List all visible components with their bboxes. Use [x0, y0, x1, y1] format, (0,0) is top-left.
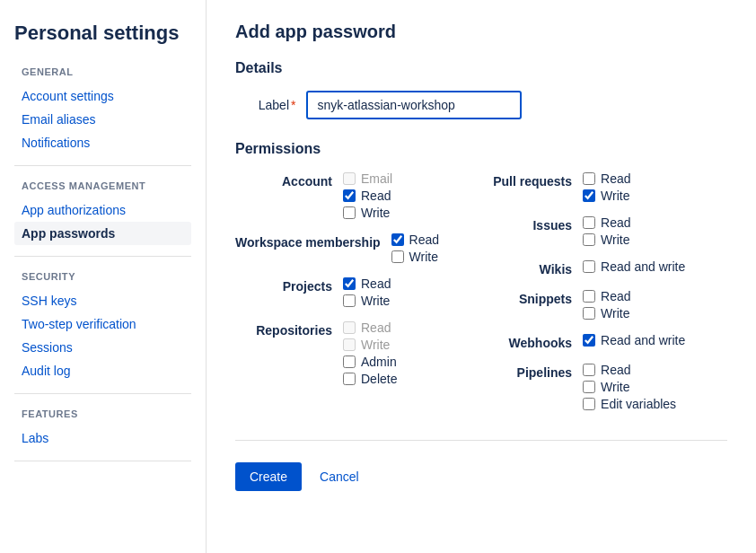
perm-checkbox-repositories-0[interactable] [343, 321, 356, 334]
perm-checkbox-account-1[interactable] [343, 189, 356, 202]
perm-row: Read and write [583, 259, 685, 274]
perm-row: Write [343, 294, 391, 308]
perm-group-name: Webhooks [475, 333, 583, 350]
sidebar-item-ssh-keys[interactable]: SSH keys [14, 289, 191, 312]
sidebar-item-app-authorizations[interactable]: App authorizations [14, 198, 191, 222]
perm-option-label: Write [601, 233, 629, 247]
main-content: Add app password Details Label * Permiss… [207, 0, 756, 553]
perm-option-label: Read [601, 363, 630, 377]
perm-group-name: Wikis [475, 259, 583, 276]
perm-row: Email [343, 171, 392, 186]
perm-group-account: AccountEmailReadWrite [235, 171, 439, 220]
perm-checkbox-webhooks-0[interactable] [583, 334, 595, 347]
perm-option-label: Edit variables [601, 397, 676, 411]
sidebar-item-two-step-verification[interactable]: Two-step verification [14, 312, 191, 336]
sidebar-item-email-aliases[interactable]: Email aliases [14, 108, 191, 131]
add-app-password-heading: Add app password [235, 22, 727, 42]
perm-group-webhooks: WebhooksRead and write [475, 333, 685, 350]
perm-row: Read [343, 320, 397, 335]
perm-option-label: Read [361, 276, 391, 291]
perm-checkbox-repositories-1[interactable] [343, 338, 356, 351]
perm-options: Read and write [583, 333, 685, 347]
perm-option-label: Read [601, 171, 630, 186]
perm-option-label: Read [409, 233, 439, 247]
perm-checkbox-issues-1[interactable] [583, 233, 595, 246]
perm-option-label: Read [601, 289, 630, 303]
perm-group-repositories: RepositoriesReadWriteAdminDelete [235, 320, 439, 386]
perm-checkbox-pull-requests-1[interactable] [583, 189, 595, 202]
perm-options: ReadWriteAdminDelete [343, 320, 397, 386]
perm-group-workspace-membership: Workspace membershipReadWrite [235, 233, 439, 264]
perm-checkbox-pipelines-0[interactable] [583, 364, 595, 376]
sidebar-section-label-1: ACCESS MANAGEMENT [22, 180, 191, 191]
permissions-right: Pull requestsReadWriteIssuesReadWriteWik… [475, 171, 685, 411]
perm-checkbox-snippets-1[interactable] [583, 307, 595, 320]
perm-group-issues: IssuesReadWrite [475, 215, 685, 247]
perm-checkbox-issues-0[interactable] [583, 216, 595, 229]
perm-checkbox-wikis-0[interactable] [583, 260, 595, 273]
perm-row: Read [583, 215, 630, 230]
perm-checkbox-workspace-membership-0[interactable] [391, 233, 404, 246]
sidebar-item-audit-log[interactable]: Audit log [14, 359, 191, 382]
create-button[interactable]: Create [235, 462, 302, 491]
sidebar-section-label-3: FEATURES [22, 408, 191, 419]
perm-row: Write [583, 380, 676, 394]
perm-option-label: Email [361, 171, 392, 186]
perm-checkbox-snippets-0[interactable] [583, 290, 595, 303]
perm-checkbox-account-2[interactable] [343, 206, 356, 219]
sidebar-item-sessions[interactable]: Sessions [14, 336, 191, 359]
perm-option-label: Write [601, 306, 629, 320]
cancel-button[interactable]: Cancel [312, 462, 366, 491]
perm-options: ReadWrite [583, 289, 630, 320]
perm-options: ReadWrite [391, 233, 439, 264]
sidebar-item-notifications[interactable]: Notifications [14, 131, 191, 154]
perm-checkbox-projects-1[interactable] [343, 294, 356, 307]
actions: Create Cancel [235, 440, 727, 491]
perm-row: Edit variables [583, 397, 676, 411]
sidebar-item-account-settings[interactable]: Account settings [14, 84, 191, 108]
perm-checkbox-repositories-2[interactable] [343, 356, 356, 368]
perm-group-name: Snippets [475, 289, 583, 306]
perm-group-name: Issues [475, 215, 583, 233]
sidebar-section-label-2: SECURITY [22, 271, 191, 282]
perm-group-name: Projects [235, 276, 343, 294]
perm-option-label: Admin [361, 355, 397, 369]
perm-option-label: Write [601, 189, 629, 203]
label-input[interactable] [306, 91, 522, 119]
perm-group-name: Pipelines [475, 363, 583, 380]
perm-options: Read and write [583, 259, 685, 274]
sidebar-item-labs[interactable]: Labs [14, 426, 191, 450]
sidebar-divider-0 [14, 165, 191, 166]
perm-checkbox-workspace-membership-1[interactable] [391, 250, 404, 263]
perm-checkbox-projects-0[interactable] [343, 277, 356, 290]
perm-options: ReadWrite [583, 215, 630, 247]
perm-option-label: Write [361, 294, 390, 308]
perm-checkbox-repositories-3[interactable] [343, 373, 356, 385]
perm-row: Write [391, 250, 439, 264]
sidebar-divider-3 [14, 461, 191, 461]
perm-row: Write [343, 206, 392, 220]
perm-group-name: Repositories [235, 320, 343, 338]
perm-checkbox-pipelines-2[interactable] [583, 398, 595, 410]
perm-checkbox-pull-requests-0[interactable] [583, 172, 595, 185]
page-title: Personal settings [14, 22, 191, 45]
perm-options: EmailReadWrite [343, 171, 392, 220]
perm-option-label: Delete [361, 372, 397, 386]
perm-option-label: Read [361, 320, 391, 335]
perm-option-label: Read and write [601, 333, 685, 347]
perm-option-label: Read [361, 189, 391, 203]
sidebar-divider-2 [14, 393, 191, 394]
perm-option-label: Read [601, 215, 630, 230]
sidebar: Personal settings GENERALAccount setting… [0, 0, 207, 553]
sidebar-divider-1 [14, 256, 191, 257]
perm-group-pull-requests: Pull requestsReadWrite [475, 171, 685, 203]
perm-group-name: Workspace membership [235, 233, 391, 250]
perm-checkbox-pipelines-1[interactable] [583, 381, 595, 393]
perm-options: ReadWriteEdit variables [583, 363, 676, 411]
perm-row: Read [583, 363, 676, 377]
sidebar-item-app-passwords[interactable]: App passwords [14, 222, 191, 245]
perm-checkbox-account-0[interactable] [343, 172, 356, 185]
perm-row: Admin [343, 355, 397, 369]
perm-group-pipelines: PipelinesReadWriteEdit variables [475, 363, 685, 411]
sidebar-section-label-0: GENERAL [22, 66, 191, 77]
